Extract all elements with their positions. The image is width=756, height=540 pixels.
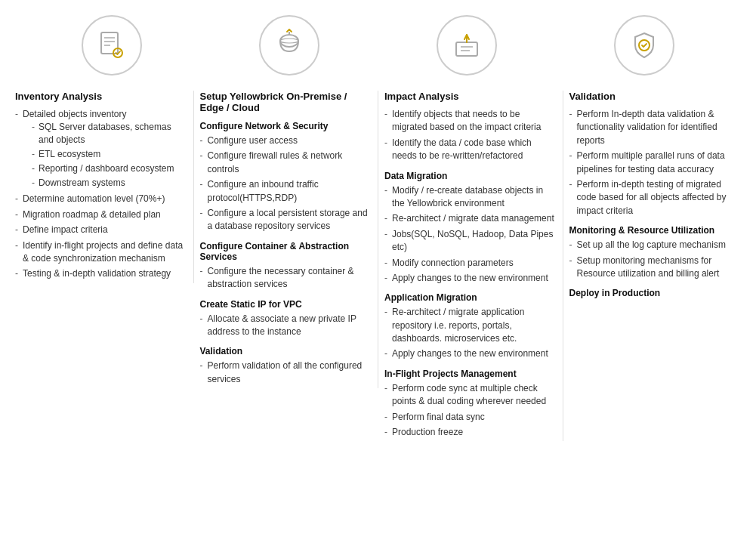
col1-list: - Detailed objects inventory -SQL Server…	[15, 108, 187, 281]
list-item: -Identify the data / code base which nee…	[384, 137, 557, 163]
item-text: Testing & in-depth validation strategy	[23, 267, 187, 280]
section-heading: Configure Network & Security	[200, 121, 372, 131]
item-text: Configure user access	[208, 134, 372, 147]
list-item: -Perform In-depth data validation & func…	[569, 108, 742, 147]
list-item: -Modify connection parameters	[384, 257, 557, 270]
item-text: Detailed objects inventory	[23, 109, 126, 119]
sub-list-item: -Reporting / dashboard ecosystem	[32, 162, 187, 175]
item-text: Apply changes to the new environment	[392, 272, 557, 285]
list-item: - Identify in-flight projects and define…	[15, 239, 187, 266]
list-item: -Configure an inbound traffic protocol(H…	[200, 178, 372, 205]
section-list: -Configure the necessary container & abs…	[200, 265, 372, 292]
svg-point-7	[280, 39, 298, 43]
svg-point-5	[280, 35, 298, 47]
item-text: Jobs(SQL, NoSQL, Hadoop, Data Pipes etc)	[392, 228, 557, 255]
sub-item-text: ETL ecosystem	[39, 148, 100, 161]
item-text: Re-architect / migrate application repos…	[392, 306, 557, 345]
list-item: -Configure a local persistent storage an…	[200, 207, 372, 233]
item-text: Set up all the log capture mechanism	[577, 239, 742, 251]
section-heading: Data Migration	[384, 171, 557, 181]
list-item: -Perform in-depth testing of migrated co…	[569, 178, 742, 218]
item-text: Perform in-depth testing of migrated cod…	[577, 178, 742, 218]
section-list: -Perform validation of all the configure…	[200, 359, 372, 386]
list-item: - Determine automation level (70%+)	[15, 193, 187, 205]
list-item: -Set up all the log capture mechanism	[569, 239, 742, 251]
sub-list: -SQL Server databases, schemas and objec…	[32, 121, 187, 189]
col3-intro-list: -Identify objects that needs to be migra…	[384, 108, 557, 163]
list-item: -Perform validation of all the configure…	[200, 359, 372, 386]
list-item: - Testing & in-depth validation strategy	[15, 267, 187, 280]
section-list: -Set up all the log capture mechanism -S…	[569, 239, 742, 280]
section-list: -Modify / re-create database objects in …	[384, 184, 557, 285]
item-text: Identify objects that needs to be migrat…	[392, 108, 557, 134]
col2-title: Setup Yellowbrick On-Premise / Edge / Cl…	[200, 91, 372, 113]
section-list: -Re-architect / migrate application repo…	[384, 306, 557, 361]
item-text: Configure the necessary container & abst…	[208, 265, 372, 292]
sub-list-item: -SQL Server databases, schemas and objec…	[32, 121, 187, 147]
section-heading: Monitoring & Resource Utilization	[569, 225, 742, 236]
item-text: Perform code sync at multiple check poin…	[392, 382, 557, 409]
item-text: Migration roadmap & detailed plan	[23, 208, 187, 221]
item-text: Perform In-depth data validation & funct…	[577, 108, 742, 147]
section-list: -Perform code sync at multiple check poi…	[384, 382, 557, 440]
sub-list-item: -ETL ecosystem	[32, 148, 187, 161]
list-item: -Perform multiple parallel runs of data …	[569, 150, 742, 176]
list-item: -Re-architect / migrate data management	[384, 212, 557, 225]
sub-item-text: Downstream systems	[39, 177, 125, 190]
item-text: Configure firewall rules & network contr…	[208, 150, 372, 176]
item-text: Perform multiple parallel runs of data p…	[577, 150, 742, 176]
item-text: Modify connection parameters	[392, 257, 557, 270]
column-setup: Setup Yellowbrick On-Premise / Edge / Cl…	[194, 91, 379, 388]
list-item: -Configure user access	[200, 134, 372, 147]
col4-intro-list: -Perform In-depth data validation & func…	[569, 108, 742, 218]
item-text: Production freeze	[392, 426, 557, 439]
svg-rect-8	[456, 42, 477, 56]
list-item: -Modify / re-create database objects in …	[384, 184, 557, 211]
inventory-icon	[82, 15, 142, 76]
list-item: -Configure the necessary container & abs…	[200, 265, 372, 292]
section-heading: Validation	[200, 346, 372, 356]
column-inventory: Inventory Analysis - Detailed objects in…	[15, 91, 194, 283]
setup-icon	[259, 15, 319, 76]
col4-title: Validation	[569, 91, 742, 102]
column-impact: Impact Analysis -Identify objects that n…	[378, 91, 563, 441]
section-list: -Configure user access -Configure firewa…	[200, 134, 372, 233]
sub-item-text: Reporting / dashboard ecosystem	[39, 162, 174, 175]
item-text: Identify in-flight projects and define d…	[23, 239, 187, 266]
item-text: Perform validation of all the configured…	[208, 359, 372, 386]
icons-row	[15, 15, 741, 76]
columns-row: Inventory Analysis - Detailed objects in…	[15, 91, 741, 441]
list-item: - Migration roadmap & detailed plan	[15, 208, 187, 221]
section-heading: Deploy in Production	[569, 288, 742, 298]
sub-item-text: SQL Server databases, schemas and object…	[39, 121, 187, 147]
list-item: - Detailed objects inventory -SQL Server…	[15, 108, 187, 190]
impact-icon	[437, 15, 497, 76]
validation-icon	[614, 15, 674, 76]
item-text: Identify the data / code base which need…	[392, 137, 557, 163]
item-text: Perform final data sync	[392, 411, 557, 424]
col3-title: Impact Analysis	[384, 91, 557, 102]
item-text: Modify / re-create database objects in t…	[392, 184, 557, 211]
list-item: -Configure firewall rules & network cont…	[200, 150, 372, 176]
item-text: Setup monitoring mechanisms for Resource…	[577, 255, 742, 281]
list-item: -Perform final data sync	[384, 411, 557, 424]
list-item: -Production freeze	[384, 426, 557, 439]
column-validation: Validation -Perform In-depth data valida…	[563, 91, 742, 301]
list-item: -Allocate & associate a new private IP a…	[200, 313, 372, 339]
list-item: -Setup monitoring mechanisms for Resourc…	[569, 255, 742, 281]
section-heading: Create Static IP for VPC	[200, 299, 372, 310]
svg-rect-0	[101, 32, 118, 54]
list-item: - Define impact criteria	[15, 224, 187, 236]
item-text: Configure an inbound traffic protocol(HT…	[208, 178, 372, 205]
section-list: -Allocate & associate a new private IP a…	[200, 313, 372, 339]
section-heading: In-Flight Projects Management	[384, 369, 557, 379]
list-item: -Apply changes to the new environment	[384, 347, 557, 360]
section-heading: Configure Container & Abstraction Servic…	[200, 241, 372, 262]
item-text: Apply changes to the new environment	[392, 347, 557, 360]
item-text: Configure a local persistent storage and…	[208, 207, 372, 233]
list-item: -Jobs(SQL, NoSQL, Hadoop, Data Pipes etc…	[384, 228, 557, 255]
item-text: Allocate & associate a new private IP ad…	[208, 313, 372, 339]
page-container: Inventory Analysis - Detailed objects in…	[15, 15, 741, 441]
sub-list-item: -Downstream systems	[32, 177, 187, 190]
list-item: -Perform code sync at multiple check poi…	[384, 382, 557, 409]
